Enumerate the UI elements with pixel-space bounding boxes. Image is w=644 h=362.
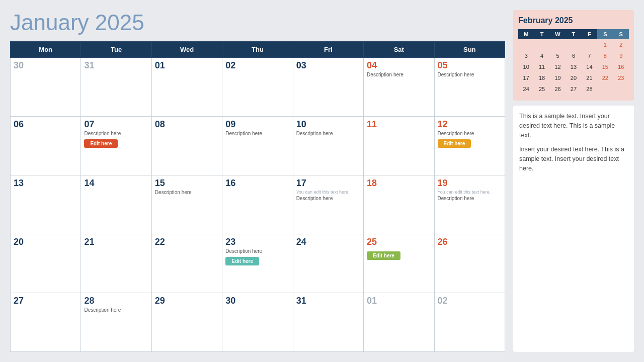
- mini-week-row: 10111213141516: [518, 61, 629, 72]
- day-number: 31: [296, 296, 360, 306]
- day-note: You can edit this text here.: [296, 190, 360, 195]
- calendar-cell: 12Description hereEdit here: [434, 117, 505, 175]
- day-number: 20: [14, 237, 77, 247]
- day-number: 01: [367, 296, 431, 306]
- calendar-cell: 02: [222, 58, 293, 117]
- day-description: Description here: [296, 131, 360, 136]
- mini-day-cell: 17: [518, 72, 534, 83]
- day-description: Description here: [438, 196, 502, 201]
- mini-day-cell: 10: [518, 61, 534, 72]
- edit-button[interactable]: Edit here: [84, 139, 118, 148]
- day-number: 25: [367, 237, 431, 247]
- day-number: 24: [296, 237, 360, 247]
- day-number: 29: [155, 296, 219, 306]
- calendar-cell: 08: [151, 117, 222, 175]
- calendar-cell: 06: [11, 117, 81, 175]
- mini-header-cell: T: [534, 29, 549, 39]
- calendar-cell: 11: [364, 117, 434, 175]
- day-number: 15: [155, 178, 219, 189]
- day-number: 11: [367, 119, 431, 130]
- mini-day-cell: 15: [597, 61, 613, 72]
- day-description: Description here: [155, 190, 219, 195]
- day-number: 22: [155, 237, 219, 247]
- notes-box: This is a sample text. Insert your desir…: [513, 106, 634, 352]
- edit-button[interactable]: Edit here: [225, 257, 259, 265]
- mini-header-cell: S: [613, 29, 629, 39]
- calendar-cell: 23Description hereEdit here: [222, 234, 293, 293]
- calendar-cell: 25Edit here: [364, 234, 434, 293]
- day-number: 23: [225, 237, 289, 247]
- day-number: 09: [225, 119, 289, 130]
- calendar-cell: 28Description here: [81, 293, 151, 352]
- day-number: 02: [438, 296, 502, 306]
- calendar-cell: 16: [222, 175, 293, 234]
- mini-day-cell: 21: [582, 72, 597, 83]
- title-row: January 2025: [10, 10, 505, 35]
- day-description: Description here: [84, 307, 148, 313]
- mini-day-cell: 6: [566, 50, 581, 61]
- calendar-cell: 30: [11, 58, 81, 117]
- mini-day-cell: 19: [550, 72, 566, 83]
- day-number: 19: [438, 178, 502, 189]
- mini-day-cell: 25: [534, 83, 549, 95]
- calendar-cell: 29: [151, 293, 222, 352]
- day-number: 18: [367, 178, 431, 189]
- calendar-cell: 18: [364, 175, 434, 234]
- calendar-table: MonTueWedThuFriSatSun 303101020304Descri…: [10, 41, 505, 352]
- mini-calendar-box: February 2025 MTWTFSS 123456789101112131…: [513, 10, 634, 101]
- day-number: 13: [14, 178, 77, 189]
- calendar-cell: 13: [11, 175, 81, 234]
- calendar-header-cell: Fri: [293, 42, 363, 58]
- calendar-header-row: MonTueWedThuFriSatSun: [11, 42, 505, 58]
- day-description: Description here: [225, 248, 289, 254]
- mini-header-cell: M: [518, 29, 534, 39]
- mini-day-cell: 14: [582, 61, 597, 72]
- mini-day-cell: 2: [613, 39, 629, 50]
- mini-day-cell: 24: [518, 83, 534, 95]
- day-number: 02: [225, 60, 289, 71]
- day-number: 17: [296, 178, 360, 189]
- day-description: Description here: [296, 196, 360, 201]
- mini-header-cell: F: [582, 29, 597, 39]
- mini-day-cell: 11: [534, 61, 549, 72]
- day-number: 30: [225, 296, 289, 306]
- calendar-cell: 21: [81, 234, 151, 293]
- day-number: 14: [84, 178, 148, 189]
- calendar-cell: 03: [293, 58, 363, 117]
- edit-button[interactable]: Edit here: [438, 139, 471, 148]
- mini-day-cell: 16: [613, 61, 629, 72]
- day-number: 04: [367, 60, 431, 71]
- notes-paragraph-2: Insert your desired text here. This is a…: [519, 145, 628, 173]
- mini-day-cell: [613, 83, 629, 95]
- title-month: January: [10, 10, 89, 35]
- calendar-header-cell: Sun: [434, 42, 505, 58]
- mini-day-cell: 5: [550, 50, 566, 61]
- calendar-cell: 07Description hereEdit here: [81, 117, 151, 175]
- day-number: 01: [155, 60, 219, 71]
- edit-button[interactable]: Edit here: [367, 251, 400, 260]
- calendar-cell: 17You can edit this text here.Descriptio…: [293, 175, 363, 234]
- mini-day-cell: 28: [582, 83, 597, 95]
- mini-calendar-table: MTWTFSS 12345678910111213141516171819202…: [518, 29, 629, 95]
- calendar-cell: 01: [364, 293, 434, 352]
- calendar-cell: 02: [434, 293, 505, 352]
- calendar-cell: 31: [81, 58, 151, 117]
- mini-day-cell: [566, 39, 581, 50]
- day-description: Description here: [225, 131, 289, 136]
- mini-day-cell: 4: [534, 50, 549, 61]
- day-number: 07: [84, 119, 148, 130]
- calendar-cell: 26: [434, 234, 505, 293]
- mini-day-cell: 27: [566, 83, 581, 95]
- day-description: Description here: [84, 131, 148, 136]
- calendar-header-cell: Thu: [222, 42, 293, 58]
- calendar-cell: 14: [81, 175, 151, 234]
- day-number: 06: [14, 119, 77, 130]
- sidebar: February 2025 MTWTFSS 123456789101112131…: [513, 10, 634, 352]
- day-number: 05: [438, 60, 502, 71]
- calendar-cell: 20: [11, 234, 81, 293]
- calendar-cell: 10Description here: [293, 117, 363, 175]
- day-number: 30: [14, 60, 77, 71]
- mini-calendar-body: 1234567891011121314151617181920212223242…: [518, 39, 629, 95]
- day-number: 10: [296, 119, 360, 130]
- calendar-cell: 01: [151, 58, 222, 117]
